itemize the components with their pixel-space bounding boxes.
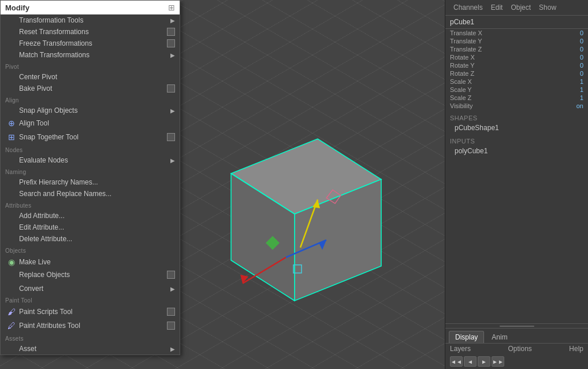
channel-rotate-y[interactable]: Rotate Y 0 — [445, 61, 588, 69]
channel-label: Translate Y — [450, 38, 482, 45]
item-label: Match Transformations — [19, 51, 90, 59]
item-checkbox[interactable] — [167, 133, 175, 141]
item-label: Reset Transformations — [19, 28, 89, 36]
item-label: Asset — [19, 345, 36, 353]
menu-item-evaluate-nodes[interactable]: Evaluate Nodes ▶ — [1, 154, 180, 166]
object-btn[interactable]: Object — [507, 2, 534, 13]
resize-handle[interactable] — [500, 326, 534, 327]
menu-item-reset-transformations[interactable]: Reset Transformations — [1, 26, 180, 38]
channel-rotate-z[interactable]: Rotate Z 0 — [445, 69, 588, 78]
menu-item-replace-objects[interactable]: Replace Objects — [1, 269, 180, 281]
snap-icon: ⊞ — [6, 132, 17, 142]
section-align: Align — [1, 94, 180, 105]
item-label: Snap Align Objects — [19, 106, 77, 115]
nav-forward-btn[interactable]: ►► — [492, 356, 504, 367]
item-label: Snap Together Tool — [19, 133, 79, 141]
channels-list: Translate X 0 Translate Y 0 Translate Z … — [445, 29, 588, 110]
menu-item-make-live[interactable]: ◉ Make Live — [1, 255, 180, 269]
channel-rotate-x[interactable]: Rotate X 0 — [445, 53, 588, 61]
menu-item-search-replace-names[interactable]: Search and Replace Names... — [1, 188, 180, 200]
live-icon: ◉ — [6, 257, 17, 267]
channel-scale-y[interactable]: Scale Y 1 — [445, 86, 588, 94]
channel-value: 1 — [560, 86, 583, 93]
channel-label: Scale Y — [450, 86, 472, 93]
channel-value: 0 — [560, 54, 583, 61]
section-pivot: Pivot — [1, 61, 180, 71]
channel-scale-z[interactable]: Scale Z 1 — [445, 94, 588, 102]
channel-label: Rotate Z — [450, 70, 474, 77]
item-label: Transformation Tools — [19, 16, 83, 24]
menu-item-edit-attribute[interactable]: Edit Attribute... — [1, 222, 180, 233]
menu-item-transformation-tools[interactable]: Transformation Tools ▶ — [1, 14, 180, 26]
menu-item-delete-attribute[interactable]: Delete Attribute... — [1, 233, 180, 245]
item-label: Paint Scripts Tool — [19, 308, 73, 316]
item-label: Replace Objects — [19, 271, 70, 279]
menu-item-align-tool[interactable]: ⊕ Align Tool — [1, 116, 180, 130]
help-btn[interactable]: Help — [569, 345, 583, 353]
align-icon: ⊕ — [6, 118, 17, 128]
channel-value: 1 — [560, 78, 583, 85]
item-label: Bake Pivot — [19, 84, 52, 93]
menu-item-convert[interactable]: Convert ▶ — [1, 283, 180, 294]
section-assets: Assets — [1, 333, 180, 343]
nav-prev-btn[interactable]: ◄ — [464, 356, 477, 367]
channel-label: Rotate X — [450, 54, 475, 61]
show-btn[interactable]: Show — [535, 2, 560, 13]
channels-btn[interactable]: Channels — [450, 2, 486, 13]
nav-rewind-btn[interactable]: ◄◄ — [450, 356, 463, 367]
shape-item-pcubeshape1[interactable]: pCubeShape1 — [445, 123, 588, 133]
menu-item-match-transformations[interactable]: Match Transformations ▶ — [1, 49, 180, 61]
item-label: Add Attribute... — [19, 212, 65, 220]
panel-bottom: Display Anim Layers Options Help ◄◄ ◄ ► … — [445, 323, 588, 369]
submenu-arrow: ▶ — [170, 286, 175, 292]
options-btn[interactable]: Options — [508, 345, 531, 353]
item-checkbox[interactable] — [167, 84, 175, 93]
menu-item-freeze-transformations[interactable]: Freeze Transformations — [1, 38, 180, 49]
channel-scale-x[interactable]: Scale X 1 — [445, 78, 588, 86]
tab-display[interactable]: Display — [449, 331, 484, 343]
item-checkbox[interactable] — [167, 322, 175, 330]
menu-item-snap-together-tool[interactable]: ⊞ Snap Together Tool — [1, 130, 180, 144]
item-checkbox[interactable] — [167, 308, 175, 316]
inputs-section-header: INPUTS — [445, 135, 588, 146]
channel-visibility[interactable]: Visibility on — [445, 102, 588, 110]
menu-item-paint-scripts-tool[interactable]: 🖌 Paint Scripts Tool — [1, 305, 180, 319]
menu-item-asset[interactable]: Asset ▶ — [1, 343, 180, 355]
submenu-arrow: ▶ — [170, 108, 175, 114]
item-label: Prefix Hierarchy Names... — [19, 178, 98, 186]
nav-next-btn[interactable]: ► — [478, 356, 490, 367]
channel-translate-z[interactable]: Translate Z 0 — [445, 45, 588, 53]
submenu-arrow: ▶ — [170, 52, 175, 58]
right-panel: Channels Edit Object Show pCube1 Transla… — [445, 0, 588, 369]
modify-label: Modify — [5, 3, 29, 12]
nav-buttons-row: ◄◄ ◄ ► ►► — [445, 354, 588, 369]
menu-item-add-attribute[interactable]: Add Attribute... — [1, 210, 180, 222]
item-label: Evaluate Nodes — [19, 156, 68, 164]
channel-translate-y[interactable]: Translate Y 0 — [445, 37, 588, 45]
item-label: Align Tool — [19, 119, 49, 127]
bottom-tabs: Display Anim — [445, 329, 588, 344]
layers-btn[interactable]: Layers — [450, 345, 471, 353]
item-label: Freeze Transformations — [19, 39, 92, 47]
item-label: Center Pivot — [19, 73, 57, 81]
input-item-polycube1[interactable]: polyCube1 — [445, 146, 588, 156]
menu-search-bar[interactable]: Modify ⊞ — [1, 1, 180, 14]
paint-attr-icon: 🖊 — [6, 320, 17, 331]
channel-value: 0 — [560, 29, 583, 36]
item-checkbox[interactable] — [167, 28, 175, 36]
item-checkbox[interactable] — [167, 39, 175, 47]
menu-item-paint-attributes-tool[interactable]: 🖊 Paint Attributes Tool — [1, 319, 180, 333]
tab-anim[interactable]: Anim — [485, 331, 513, 343]
channel-translate-x[interactable]: Translate X 0 — [445, 29, 588, 37]
edit-btn[interactable]: Edit — [487, 2, 507, 13]
menu-item-bake-pivot[interactable]: Bake Pivot — [1, 83, 180, 94]
menu-item-center-pivot[interactable]: Center Pivot — [1, 71, 180, 83]
menu-search-icon[interactable]: ⊞ — [168, 3, 175, 12]
menu-item-snap-align-objects[interactable]: Snap Align Objects ▶ — [1, 105, 180, 116]
item-checkbox[interactable] — [167, 271, 175, 279]
channel-value: 0 — [560, 38, 583, 45]
channel-value: 1 — [560, 94, 583, 101]
menu-item-prefix-hierarchy-names[interactable]: Prefix Hierarchy Names... — [1, 176, 180, 188]
channel-label: Rotate Y — [450, 62, 475, 69]
item-label: Convert — [19, 285, 43, 293]
